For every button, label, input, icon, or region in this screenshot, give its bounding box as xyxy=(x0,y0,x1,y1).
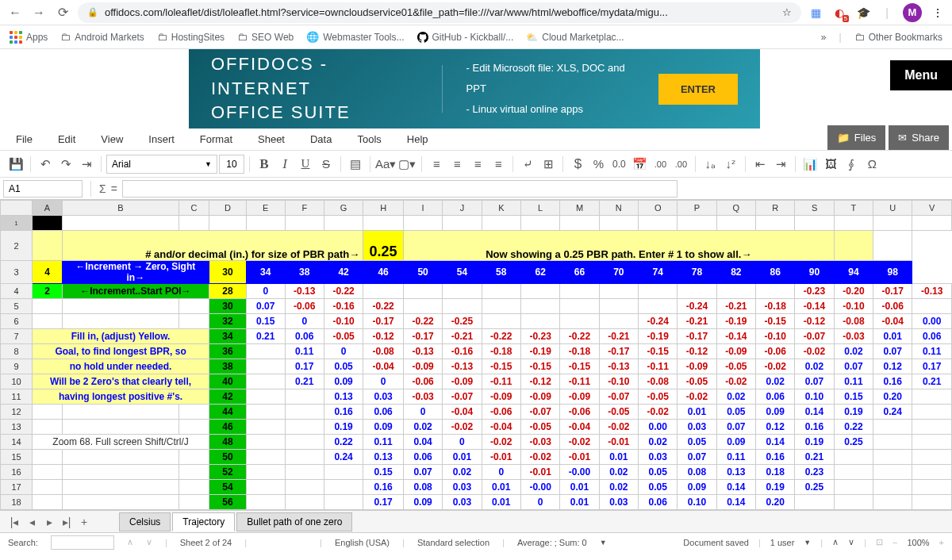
select-all-cell[interactable] xyxy=(1,201,33,216)
equals-icon[interactable]: = xyxy=(111,182,117,195)
search-input[interactable] xyxy=(51,535,114,550)
apps-button[interactable]: Apps xyxy=(10,31,48,44)
row-header[interactable]: 16 xyxy=(1,465,33,480)
row-header[interactable]: 4 xyxy=(1,284,33,299)
dec-inc-icon[interactable]: .00 xyxy=(651,155,670,174)
col-header[interactable]: H xyxy=(363,201,404,216)
row-header[interactable]: 3 xyxy=(1,261,33,284)
col-header[interactable]: I xyxy=(403,201,442,216)
bold-button[interactable]: B xyxy=(255,155,274,174)
bookmark-item[interactable]: 🌐Webmaster Tools... xyxy=(306,31,404,43)
sort-desc-icon[interactable]: ↓ᶻ xyxy=(721,155,740,174)
row-header[interactable]: 7 xyxy=(1,329,33,344)
sheet-tab[interactable]: Celsius xyxy=(119,512,171,531)
zoom-out-icon[interactable]: ∧ xyxy=(832,537,839,547)
profile-avatar[interactable]: M xyxy=(903,3,922,22)
ext-shield-icon[interactable]: ◐5 xyxy=(831,5,847,21)
italic-button[interactable]: I xyxy=(275,155,294,174)
col-header[interactable]: T xyxy=(834,201,873,216)
menu-tools[interactable]: Tools xyxy=(344,133,393,145)
menu-file[interactable]: File xyxy=(3,133,45,145)
name-box[interactable] xyxy=(3,180,83,198)
merge-icon[interactable]: ⊞ xyxy=(539,155,558,174)
search-next-icon[interactable]: ∨ xyxy=(146,537,152,547)
row-header[interactable]: 15 xyxy=(1,450,33,465)
tab-prev-icon[interactable]: ◂ xyxy=(24,514,40,530)
forward-button[interactable]: → xyxy=(30,4,48,21)
dropdown-icon[interactable]: ▼ xyxy=(804,539,811,547)
star-icon[interactable]: ☆ xyxy=(782,6,792,18)
col-header[interactable]: J xyxy=(443,201,482,216)
menu-button[interactable]: Menu xyxy=(890,60,952,90)
col-header[interactable]: S xyxy=(795,201,834,216)
sheet-tab[interactable]: Bullet path of one zero xyxy=(236,512,352,531)
font-size-input[interactable] xyxy=(219,155,244,174)
row-header[interactable]: 18 xyxy=(1,495,33,510)
row-header[interactable]: 8 xyxy=(1,344,33,359)
sheet-tab[interactable]: Trajectory xyxy=(172,512,235,531)
row-header[interactable]: 5 xyxy=(1,299,33,314)
bookmark-item[interactable]: 🗀HostingSites xyxy=(157,31,225,43)
col-header[interactable]: A xyxy=(33,201,63,216)
menu-insert[interactable]: Insert xyxy=(136,133,187,145)
col-header[interactable]: G xyxy=(324,201,363,216)
user-count[interactable]: 1 user xyxy=(770,538,795,547)
col-header[interactable]: E xyxy=(246,201,285,216)
font-name-select[interactable]: Arial▼ xyxy=(106,155,217,174)
align-left-icon[interactable]: ≡ xyxy=(427,155,446,174)
dec-dec-icon[interactable]: .00 xyxy=(671,155,690,174)
zoom-minus-icon[interactable]: − xyxy=(892,538,897,547)
underline-button[interactable]: U xyxy=(296,155,315,174)
font-color-icon[interactable]: Aa▾ xyxy=(375,155,396,174)
indent-inc-icon[interactable]: ⇥ xyxy=(771,155,790,174)
fill-color-icon[interactable]: ▢▾ xyxy=(397,155,416,174)
enter-button[interactable]: ENTER xyxy=(658,74,738,105)
menu-format[interactable]: Format xyxy=(187,133,245,145)
align-center-icon[interactable]: ≡ xyxy=(447,155,466,174)
col-header[interactable]: B xyxy=(62,201,178,216)
row-header[interactable]: 12 xyxy=(1,405,33,420)
col-header[interactable]: F xyxy=(285,201,324,216)
col-header[interactable]: L xyxy=(520,201,559,216)
language-status[interactable]: English (USA) xyxy=(335,538,390,547)
function-icon[interactable]: ⨕ xyxy=(842,155,861,174)
image-icon[interactable]: 🖼 xyxy=(821,155,840,174)
row-header[interactable]: 13 xyxy=(1,420,33,435)
indent-dec-icon[interactable]: ⇤ xyxy=(750,155,770,174)
row-header[interactable]: 9 xyxy=(1,359,33,374)
dropdown-icon[interactable]: ▼ xyxy=(600,539,607,547)
col-header[interactable]: N xyxy=(599,201,638,216)
other-bookmarks[interactable]: 🗀Other Bookmarks xyxy=(854,31,942,43)
bookmark-item[interactable]: ⛅Cloud Marketplac... xyxy=(526,32,624,43)
row-header[interactable]: 6 xyxy=(1,314,33,329)
share-button[interactable]: ✉Share xyxy=(889,125,949,150)
zoom-in-icon[interactable]: ∨ xyxy=(848,537,854,547)
col-header[interactable]: V xyxy=(912,201,952,216)
percent-icon[interactable]: % xyxy=(589,155,608,174)
col-header[interactable]: O xyxy=(639,201,678,216)
search-prev-icon[interactable]: ∧ xyxy=(127,537,133,547)
reload-button[interactable]: ⟳ xyxy=(54,4,71,21)
bookmark-item[interactable]: 🗀SEO Web xyxy=(237,31,294,43)
sort-asc-icon[interactable]: ↓ₐ xyxy=(701,155,720,174)
bookmark-item[interactable]: GitHub - Kickball/... xyxy=(417,32,514,43)
tab-add-icon[interactable]: + xyxy=(76,514,92,530)
back-button[interactable]: ← xyxy=(6,4,24,21)
menu-data[interactable]: Data xyxy=(298,133,344,145)
ext-grad-icon[interactable]: 🎓 xyxy=(855,5,871,21)
menu-edit[interactable]: Edit xyxy=(45,133,88,145)
col-header[interactable]: C xyxy=(179,201,209,216)
undo-icon[interactable]: ↶ xyxy=(36,155,55,174)
col-header[interactable]: Q xyxy=(716,201,755,216)
col-header[interactable]: R xyxy=(756,201,795,216)
col-header[interactable]: D xyxy=(209,201,246,216)
bookmark-item[interactable]: 🗀Android Markets xyxy=(60,31,144,43)
row-header[interactable]: 11 xyxy=(1,389,33,405)
row-header[interactable]: 14 xyxy=(1,435,33,450)
row-header[interactable]: 1 xyxy=(1,216,33,231)
zoom-plus-icon[interactable]: + xyxy=(939,538,944,547)
ext-grid-icon[interactable]: ▦ xyxy=(808,5,823,21)
strike-button[interactable]: S xyxy=(317,155,336,174)
symbol-icon[interactable]: Ω xyxy=(862,155,881,174)
address-bar[interactable]: 🔒 offidocs.com/loleaflet/dist/loleaflet.… xyxy=(78,2,801,23)
